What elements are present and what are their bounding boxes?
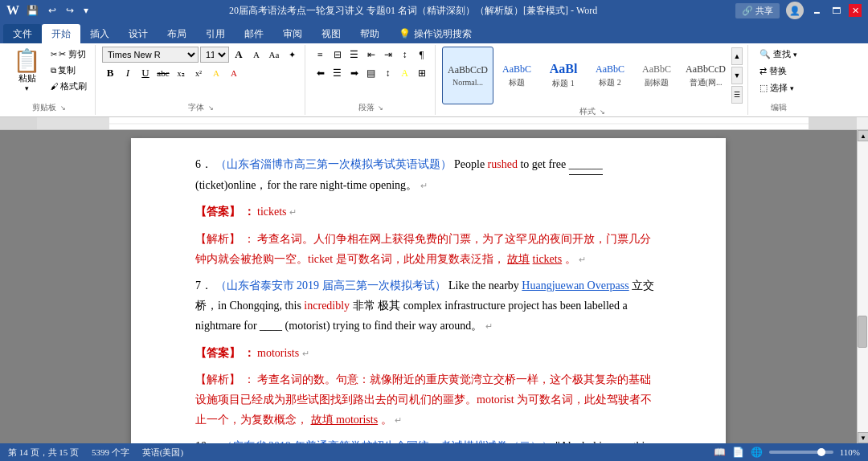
style-heading1-label: 标题 1	[552, 78, 575, 89]
tab-insert[interactable]: 插入	[80, 24, 119, 43]
font-grow-btn[interactable]: A	[231, 47, 247, 63]
redo-quick-btn[interactable]: ↪	[63, 5, 76, 17]
tab-search[interactable]: 💡 操作说明搜索	[389, 24, 481, 43]
language-indicator[interactable]: 英语(美国)	[142, 447, 183, 459]
page-container[interactable]: 6． （山东省淄博市高三第一次模拟考试英语试题） People rushed t…	[0, 130, 857, 443]
tab-review[interactable]: 审阅	[273, 24, 312, 43]
align-right-btn[interactable]: ➡	[346, 65, 362, 81]
print-layout-btn[interactable]: 📄	[732, 447, 744, 459]
text-highlight-btn[interactable]: A	[208, 65, 224, 81]
style-heading-label: 标题	[509, 77, 525, 88]
gallery-scroll-controls: ▲ ▼ ☰	[731, 47, 743, 104]
select-icon: ⬚	[760, 83, 768, 93]
style-subtitle[interactable]: AaBbC 副标题	[633, 47, 680, 104]
minimize-btn[interactable]: 🗕	[810, 4, 823, 17]
paste-button[interactable]: 📋 粘贴 ▾	[8, 47, 46, 96]
align-left-btn[interactable]: ⬅	[313, 65, 329, 81]
share-btn[interactable]: 🔗 共享	[735, 3, 780, 18]
change-case-btn[interactable]: Aa	[266, 47, 282, 63]
underline-button[interactable]: U	[137, 65, 154, 81]
tab-layout[interactable]: 布局	[158, 24, 196, 43]
clipboard-group: 📋 粘贴 ▾ ✂ ✂ 剪切 ⧉ 复制 🖌 格式刷 剪贴板	[3, 45, 96, 115]
style-normal[interactable]: AaBbCcD Normal...	[442, 47, 493, 104]
format-painter-icon: 🖌	[51, 82, 59, 91]
font-expand-icon[interactable]: ↘	[208, 104, 214, 112]
tab-view[interactable]: 视图	[312, 24, 350, 43]
font-shrink-btn[interactable]: A	[248, 47, 264, 63]
vertical-scrollbar[interactable]: ▲ ▼	[857, 130, 868, 443]
bullet-list-btn[interactable]: ≡	[313, 47, 329, 63]
select-button[interactable]: ⬚ 选择 ▾	[755, 80, 802, 96]
justify-btn[interactable]: ▤	[363, 65, 379, 81]
font-name-select[interactable]: Times New R	[102, 47, 199, 63]
cut-button[interactable]: ✂ ✂ 剪切	[47, 47, 90, 62]
answer-6-colon: ：	[244, 206, 255, 218]
style-heading1-preview: AaBl	[550, 62, 578, 76]
save-quick-btn[interactable]: 💾	[24, 5, 41, 17]
style-normal-web[interactable]: AaBbCcD 普通(网...	[680, 47, 731, 104]
replace-button[interactable]: ⇄ 替换	[755, 63, 802, 79]
show-marks-btn[interactable]: ¶	[414, 47, 430, 63]
paste-icon: 📋	[13, 50, 41, 72]
tab-references[interactable]: 引用	[196, 24, 235, 43]
font-size-select[interactable]: 11	[200, 47, 229, 63]
question-6-rushed: rushed	[488, 158, 518, 170]
border-btn[interactable]: ⊞	[414, 65, 430, 81]
style-heading-preview: AaBbC	[502, 63, 531, 75]
line-spacing-btn[interactable]: ↕	[380, 65, 396, 81]
gallery-scroll-down-btn[interactable]: ▼	[731, 67, 743, 84]
strikethrough-btn[interactable]: abc	[155, 65, 171, 81]
gallery-expand-btn[interactable]: ☰	[731, 86, 743, 104]
find-button[interactable]: 🔍 查找 ▾	[755, 47, 802, 62]
scroll-up-btn[interactable]: ▲	[858, 130, 868, 141]
style-normal-web-preview: AaBbCcD	[686, 63, 726, 75]
scroll-track[interactable]	[858, 141, 868, 432]
tab-help[interactable]: 帮助	[350, 24, 389, 43]
user-icon[interactable]: 👤	[786, 2, 804, 19]
restore-btn[interactable]: 🗖	[829, 4, 842, 17]
sort-btn[interactable]: ↕	[397, 47, 413, 63]
bold-button[interactable]: B	[102, 65, 118, 81]
web-layout-btn[interactable]: 🌐	[751, 447, 763, 459]
paste-dropdown-icon[interactable]: ▾	[25, 84, 29, 92]
page-info[interactable]: 第 14 页，共 15 页	[8, 447, 79, 459]
clear-format-btn[interactable]: ✦	[284, 47, 300, 63]
paragraph-expand-icon[interactable]: ↘	[378, 104, 383, 112]
scroll-thumb[interactable]	[858, 316, 867, 348]
subscript-btn[interactable]: x₂	[173, 65, 189, 81]
undo-quick-btn[interactable]: ↩	[46, 5, 59, 17]
zoom-level[interactable]: 110%	[840, 447, 860, 457]
read-mode-btn[interactable]: 📖	[714, 447, 726, 459]
question-10: 10． （广东省 2019 年普通高等学校招生全国统一考试模拟试卷（二）） "A…	[195, 436, 661, 443]
style-heading1[interactable]: AaBl 标题 1	[540, 47, 587, 104]
zoom-slider[interactable]	[769, 451, 833, 454]
close-btn[interactable]: ✕	[849, 4, 862, 17]
multilevel-list-btn[interactable]: ☰	[346, 47, 362, 63]
align-center-btn[interactable]: ☰	[330, 65, 346, 81]
copy-button[interactable]: ⧉ 复制	[47, 63, 90, 78]
numbered-list-btn[interactable]: ⊟	[330, 47, 346, 63]
answer-7: 【答案】 ： motorists ↵	[195, 343, 661, 363]
font-color-btn[interactable]: A	[226, 65, 242, 81]
scroll-down-btn[interactable]: ▼	[858, 432, 868, 443]
italic-button[interactable]: I	[120, 65, 136, 81]
font-group-label: 字体 ↘	[188, 100, 214, 113]
format-painter-button[interactable]: 🖌 格式刷	[47, 79, 90, 94]
decrease-indent-btn[interactable]: ⇤	[363, 47, 379, 63]
zoom-thumb[interactable]	[817, 448, 825, 456]
style-heading2[interactable]: AaBbC 标题 2	[587, 47, 633, 104]
clipboard-expand-icon[interactable]: ↘	[60, 104, 66, 112]
ruler-content[interactable]	[109, 117, 809, 129]
word-count[interactable]: 5399 个字	[92, 447, 129, 459]
tab-mailings[interactable]: 邮件	[235, 24, 273, 43]
increase-indent-btn[interactable]: ⇥	[380, 47, 396, 63]
styles-expand-icon[interactable]: ↘	[600, 108, 605, 116]
shading-btn[interactable]: A	[397, 65, 413, 81]
superscript-btn[interactable]: x²	[190, 65, 207, 81]
gallery-scroll-up-btn[interactable]: ▲	[731, 47, 743, 65]
tab-home[interactable]: 开始	[42, 24, 80, 43]
style-heading[interactable]: AaBbC 标题	[493, 47, 540, 104]
tab-file[interactable]: 文件	[3, 24, 42, 43]
tab-design[interactable]: 设计	[119, 24, 158, 43]
customize-quick-btn[interactable]: ▾	[81, 5, 91, 17]
